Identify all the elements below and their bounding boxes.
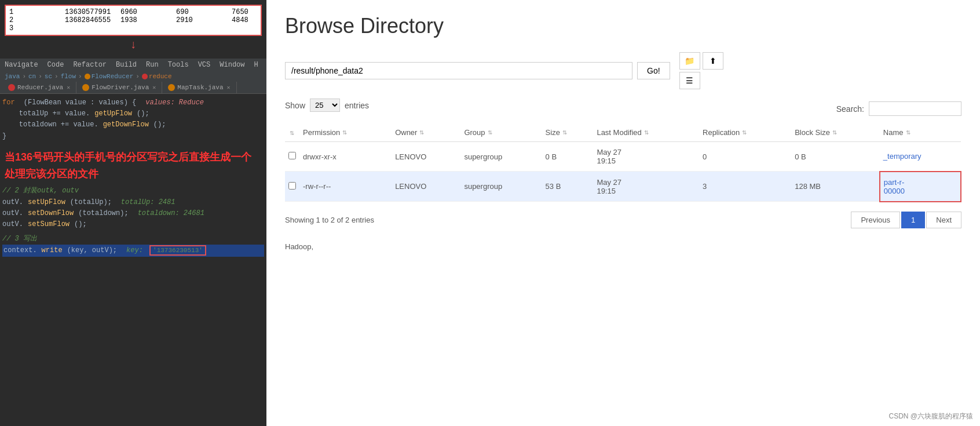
chinese-annotation: 当136号码开头的手机号的分区写完之后直接生成一个处理完该分区的文件 <box>2 145 264 186</box>
bc-flowreducer: FlowReducer <box>85 73 134 80</box>
menu-bar: Navigate Code Refactor Build Run Tools V… <box>0 59 266 71</box>
menu-window[interactable]: Window <box>220 61 244 69</box>
data-col3-2: 2910 <box>176 16 222 24</box>
sort-replication: ⇅ <box>742 129 747 136</box>
code-line-5: outV.setUpFlow(totalUp); totalUp: 2481 <box>2 197 264 208</box>
tab-flowdriver-label: FlowDriver.java <box>92 84 149 91</box>
code-line-8: context.write(key, outV); key: '13736230… <box>2 245 264 257</box>
sort-last-modified: ⇅ <box>644 129 649 136</box>
tab-maptask[interactable]: MapTask.java ✕ <box>162 82 236 93</box>
menu-build[interactable]: Build <box>116 61 137 69</box>
page-title: Browse Directory <box>285 14 961 38</box>
data-row-1: 1 13630577991 6960 690 7650 <box>9 8 257 16</box>
tab-flowdriver[interactable]: FlowDriver.java ✕ <box>76 82 162 93</box>
bc-java: java <box>5 73 20 80</box>
page-1-button[interactable]: 1 <box>901 212 925 228</box>
data-line-2: 2 <box>9 16 56 24</box>
row1-checkbox[interactable] <box>285 142 299 172</box>
row1-check[interactable] <box>288 152 296 159</box>
code-comment-2: // 2 封装outk, outv <box>2 185 264 196</box>
search-input[interactable] <box>869 101 961 116</box>
path-input[interactable] <box>285 62 632 79</box>
row1-owner: LENOVO <box>392 142 460 172</box>
sort-block-size: ⇅ <box>832 129 837 136</box>
menu-code[interactable]: Code <box>47 61 64 69</box>
tab-flowdriver-close[interactable]: ✕ <box>152 84 156 91</box>
row1-name-link[interactable]: _temporary <box>883 152 922 161</box>
tab-maptask-close[interactable]: ✕ <box>227 84 231 91</box>
bottom-text: Hadoop, <box>285 242 961 251</box>
directory-table: ⇅ Permission ⇅ Owner ⇅ <box>285 123 961 202</box>
code-line-4: } <box>2 131 264 142</box>
menu-run[interactable]: Run <box>146 61 159 69</box>
row2-owner: LENOVO <box>392 172 460 202</box>
show-label: Show <box>285 101 305 110</box>
icon-btn-row-2: ☰ <box>679 72 723 89</box>
upload-icon-btn[interactable]: ⬆ <box>703 52 723 70</box>
tab-reducer[interactable]: Reducer.java ✕ <box>2 82 76 93</box>
sort-permission: ⇅ <box>342 129 347 136</box>
row2-block-size: 128 MB <box>791 172 880 202</box>
th-last-modified[interactable]: Last Modified ⇅ <box>593 123 699 142</box>
row1-name[interactable]: _temporary <box>880 142 961 172</box>
th-size[interactable]: Size ⇅ <box>542 123 594 142</box>
browser-panel: Browse Directory Go! 📁 ⬆ ☰ Show 25 <box>266 0 980 426</box>
code-line-1: for (FlowBean value : values) { values: … <box>2 97 264 108</box>
sort-group: ⇅ <box>488 129 492 136</box>
code-line-2: totalUp += value.getUpFlow(); <box>2 108 264 119</box>
th-owner[interactable]: Owner ⇅ <box>392 123 460 142</box>
entries-label: entries <box>345 101 369 110</box>
row1-permission: drwxr-xr-x <box>299 142 392 172</box>
data-col1-2: 13682846555 <box>65 16 111 24</box>
reduce-icon <box>142 74 148 79</box>
row2-checkbox[interactable] <box>285 172 299 202</box>
row2-check[interactable] <box>288 182 296 190</box>
sort-owner: ⇅ <box>419 129 424 136</box>
data-row-2: 2 13682846555 1938 2910 4848 <box>9 16 257 24</box>
list-icon-btn[interactable]: ☰ <box>679 72 700 89</box>
browser-content: Browse Directory Go! 📁 ⬆ ☰ Show 25 <box>266 0 980 426</box>
table-row: -rw-r--r-- LENOVO supergroup 53 B May 27… <box>285 172 961 202</box>
bc-sc: sc <box>45 73 52 80</box>
table-header: ⇅ Permission ⇅ Owner ⇅ <box>285 123 961 142</box>
menu-vcs[interactable]: VCS <box>198 61 211 69</box>
tab-reducer-close[interactable]: ✕ <box>67 84 70 91</box>
th-permission[interactable]: Permission ⇅ <box>299 123 392 142</box>
arrow-down-1: ↓ <box>0 38 266 52</box>
row1-size: 0 B <box>542 142 594 172</box>
row2-name-link[interactable]: part-r-00000 <box>884 178 905 195</box>
row2-replication: 3 <box>699 172 791 202</box>
row1-last-modified: May 2719:15 <box>593 142 699 172</box>
flowdriver-tab-icon <box>82 84 89 91</box>
path-row: Go! 📁 ⬆ ☰ <box>285 52 961 89</box>
data-row-3: 3 <box>9 24 257 32</box>
folder-icon-btn[interactable]: 📁 <box>679 52 700 70</box>
previous-button[interactable]: Previous <box>851 212 900 228</box>
menu-h[interactable]: H <box>254 61 258 69</box>
menu-navigate[interactable]: Navigate <box>5 61 38 69</box>
th-replication[interactable]: Replication ⇅ <box>699 123 791 142</box>
data-col2-2: 1938 <box>120 16 167 24</box>
table-body: drwxr-xr-x LENOVO supergroup 0 B May 271… <box>285 142 961 202</box>
th-checkbox: ⇅ <box>285 123 299 142</box>
icon-buttons: 📁 ⬆ ☰ <box>679 52 723 89</box>
go-button[interactable]: Go! <box>637 62 670 79</box>
code-editor[interactable]: for (FlowBean value : values) { values: … <box>0 94 266 426</box>
sort-name: ⇅ <box>906 129 910 136</box>
sort-icon-0: ⇅ <box>290 130 294 136</box>
row2-permission: -rw-r--r-- <box>299 172 392 202</box>
th-group[interactable]: Group ⇅ <box>460 123 542 142</box>
menu-refactor[interactable]: Refactor <box>73 61 107 69</box>
tabs-bar: Reducer.java ✕ FlowDriver.java ✕ MapTask… <box>0 82 266 94</box>
flow-reducer-icon <box>85 74 90 79</box>
row2-name[interactable]: part-r-00000 <box>880 172 961 202</box>
page-buttons: Previous 1 Next <box>851 212 961 228</box>
next-button[interactable]: Next <box>926 212 961 228</box>
entries-select[interactable]: 25 50 100 <box>310 99 340 112</box>
row2-last-modified: May 2719:15 <box>593 172 699 202</box>
th-block-size[interactable]: Block Size ⇅ <box>791 123 880 142</box>
show-row: Show 25 50 100 entries <box>285 99 369 112</box>
menu-tools[interactable]: Tools <box>168 61 189 69</box>
th-name[interactable]: Name ⇅ <box>880 123 961 142</box>
showing-text: Showing 1 to 2 of 2 entries <box>285 216 374 224</box>
